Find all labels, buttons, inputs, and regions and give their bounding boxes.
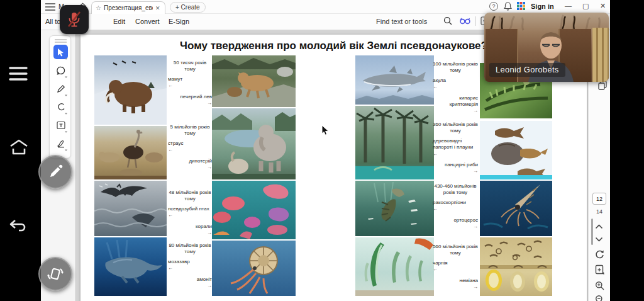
- window-minimize-icon[interactable]: —: [565, 2, 572, 9]
- label-block-100m: 100 мільйонів років тому акула ← кипарис…: [433, 61, 478, 115]
- select-tool[interactable]: [53, 45, 68, 59]
- item-label: ортоцерос: [433, 217, 478, 224]
- item-label: печерний лев: [168, 94, 212, 100]
- page-total-label: 14: [592, 208, 606, 215]
- label-block-80m: 80 мільйонів років тому мозазавр ← амоні…: [168, 242, 212, 289]
- toolbar-divider: [475, 16, 476, 26]
- android-back-icon[interactable]: [9, 219, 26, 233]
- tools-drag-handle[interactable]: [55, 39, 67, 43]
- item-label: мозазавр: [168, 259, 212, 265]
- arrow-left: ←: [168, 265, 212, 271]
- create-button[interactable]: + Create: [170, 2, 206, 13]
- image-cave-lion: [212, 55, 296, 107]
- arrow-right: →: [168, 283, 212, 289]
- item-label: кипарис криптомерія: [433, 95, 478, 108]
- pencil-icon: [48, 164, 63, 179]
- time-label: 560 мільйонів років тому: [433, 244, 478, 257]
- add-text-box-tool[interactable]: [53, 118, 68, 132]
- time-label: 360 мільйонів років тому: [433, 122, 478, 135]
- app-launcher-grid-icon[interactable]: [517, 2, 525, 10]
- notifications-bell-icon[interactable]: [504, 2, 512, 11]
- arrow-left: ←: [168, 212, 212, 219]
- toolbar-edit[interactable]: Edit: [113, 18, 125, 25]
- label-block-560m: 560 мільйонів років тому чарнія ← неміан…: [433, 244, 478, 290]
- time-label: 5 мільйонів років тому: [168, 124, 212, 137]
- time-label: 80 мільйонів років тому: [168, 242, 212, 256]
- label-block-5m: 5 мільйонів років тому страус ← динотері…: [168, 124, 212, 171]
- draw-pencil-tool[interactable]: [53, 81, 68, 96]
- image-shark: [355, 55, 434, 105]
- item-label: деревовидні папороті і плауни: [433, 138, 478, 151]
- arrow-left: ←: [433, 206, 478, 212]
- letterbox-right: [610, 0, 644, 301]
- image-mammoth: [94, 55, 167, 125]
- zoom-out-icon[interactable]: [595, 295, 604, 301]
- arrow-right: →: [433, 224, 478, 230]
- document-tab[interactable]: ☆ Презентация_еволюці... ✕: [91, 1, 165, 14]
- help-icon[interactable]: ?: [489, 2, 498, 11]
- tab-close-icon[interactable]: ✕: [155, 5, 160, 11]
- item-label: амоніт: [168, 276, 212, 283]
- microphone-muted-overlay[interactable]: [60, 5, 89, 34]
- image-ostrich: [94, 126, 167, 179]
- search-icon[interactable]: [443, 16, 452, 25]
- time-label: 100 мільйонів років тому: [433, 61, 478, 74]
- title-bar: Menu ☆ Презентация_еволюці... ✕ + Create…: [41, 0, 610, 14]
- next-page-icon[interactable]: [595, 237, 603, 242]
- image-nemiana: [480, 237, 552, 296]
- item-label: псевдозубий птах: [168, 206, 212, 212]
- android-menu-icon[interactable]: [9, 66, 28, 81]
- window-maximize-icon[interactable]: ▢: [582, 2, 589, 10]
- copy-icon[interactable]: [598, 81, 607, 90]
- rotate-page-icon[interactable]: [595, 249, 604, 259]
- screen-rotate-icon: [47, 265, 64, 283]
- label-block-48m: 48 мільйонів років тому псевдозубий птах…: [168, 190, 212, 236]
- rotate-screen-fab[interactable]: [38, 257, 72, 291]
- item-label: корали: [168, 224, 212, 230]
- cabinet-slats: [592, 28, 609, 82]
- image-pseudotoothed-bird: [94, 181, 167, 236]
- toolbar-convert[interactable]: Convert: [135, 18, 160, 25]
- mouse-cursor: [321, 125, 330, 136]
- arrow-left: ←: [433, 84, 478, 90]
- find-label[interactable]: Find text or tools: [376, 18, 427, 25]
- screen: Menu ☆ Презентация_еволюці... ✕ + Create…: [0, 0, 644, 301]
- image-orthoceras: [480, 181, 552, 236]
- item-label: чарнія: [433, 260, 478, 266]
- window-close-icon[interactable]: ✕: [600, 2, 606, 10]
- ai-assistant-icon[interactable]: [460, 16, 470, 25]
- image-tree-ferns-forest: [355, 106, 434, 179]
- previous-page-icon[interactable]: [595, 224, 603, 229]
- arrow-right: →: [168, 100, 212, 106]
- fit-page-icon[interactable]: [595, 264, 604, 275]
- app-menu-icon[interactable]: [45, 3, 55, 11]
- arrow-left: ←: [168, 82, 212, 89]
- mic-muted-icon: [66, 11, 82, 28]
- android-home-icon[interactable]: [9, 139, 29, 156]
- arrow-right: →: [433, 168, 478, 174]
- annotate-pencil-fab[interactable]: [38, 155, 72, 189]
- time-label: 50 тисяч років тому: [168, 60, 212, 73]
- add-comment-tool[interactable]: [53, 63, 68, 77]
- item-label: ракоскорпіони: [433, 200, 478, 206]
- item-label: страус: [168, 140, 212, 147]
- arrow-left: ←: [433, 151, 478, 157]
- item-label: динотерій: [168, 158, 212, 164]
- fill-sign-tool[interactable]: [53, 136, 68, 150]
- image-charnia: [355, 237, 434, 296]
- arrow-right: →: [168, 164, 212, 171]
- favorite-star-icon[interactable]: ☆: [96, 4, 101, 11]
- page-number-input[interactable]: 12: [592, 193, 606, 205]
- label-block-50k: 50 тисяч років тому мамут ← печерний лев…: [168, 60, 212, 106]
- sign-in-button[interactable]: Sign in: [531, 3, 554, 10]
- document-scrollbar[interactable]: [591, 219, 593, 245]
- item-label: неміана: [433, 278, 478, 284]
- image-dinotherium: [212, 108, 296, 179]
- time-label: 430-460 мільйонів років тому: [433, 183, 478, 196]
- zoom-in-icon[interactable]: [595, 281, 604, 290]
- arrow-left: ←: [168, 147, 212, 153]
- lasso-erase-tool[interactable]: [53, 99, 68, 114]
- webcam-overlay[interactable]: Leonid Gorobets: [484, 13, 609, 82]
- toolbar-esign[interactable]: E-Sign: [169, 18, 189, 25]
- item-label: мамут: [168, 76, 212, 82]
